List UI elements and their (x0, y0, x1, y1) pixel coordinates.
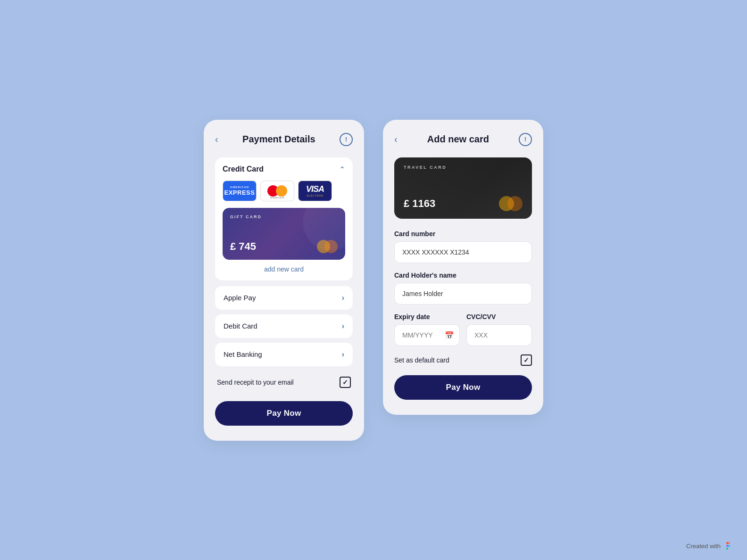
mastercard-logo-box[interactable]: mastercard (260, 181, 294, 201)
figma-icon (723, 541, 733, 551)
mastercard-logo: mastercard (261, 181, 294, 201)
card-number-label: Card number (394, 230, 532, 238)
apple-pay-chevron-icon: › (342, 294, 344, 302)
created-with-footer: Created with (686, 541, 733, 551)
debit-card-chevron-icon: › (342, 322, 344, 330)
email-receipt-checkbox[interactable]: ✓ (340, 377, 351, 388)
card-holder-label: Card Holder's name (394, 272, 532, 279)
chevron-up-icon[interactable]: ⌃ (339, 165, 345, 174)
travel-card-label: TRAVEL CARD (404, 165, 523, 170)
created-with-text: Created with (686, 543, 721, 550)
mc-circle-2 (324, 240, 338, 253)
visa-logo-box[interactable]: VISA Electron (298, 181, 332, 201)
expiry-input-wrap: 📅 (394, 324, 460, 346)
payment-details-title: Payment Details (218, 134, 340, 145)
debit-card-label: Debit Card (224, 322, 257, 330)
visa-logo: VISA Electron (299, 181, 332, 201)
credit-card-header: Credit Card ⌃ (223, 165, 345, 174)
payment-details-info-button[interactable]: ! (340, 133, 353, 146)
add-card-pay-now-button[interactable]: Pay Now (394, 375, 532, 400)
add-new-card-button[interactable]: add new card (223, 265, 345, 273)
gift-card-label: GIFT CARD (230, 214, 338, 219)
debit-card-item[interactable]: Debit Card › (215, 314, 353, 338)
apple-pay-label: Apple Pay (224, 294, 256, 302)
visa-text: VISA (306, 184, 324, 194)
gift-card: GIFT CARD £ 745 (223, 208, 345, 260)
add-new-card-panel: ‹ Add new card ! TRAVEL CARD £ 1163 Card… (383, 120, 543, 415)
cvc-label: CVC/CVV (466, 313, 532, 321)
default-card-section: Set as default card ✓ (394, 354, 532, 366)
screen-container: ‹ Payment Details ! Credit Card ⌃ AMERIC… (204, 120, 543, 441)
gift-card-bottom: £ 745 (230, 240, 338, 253)
payment-details-panel: ‹ Payment Details ! Credit Card ⌃ AMERIC… (204, 120, 364, 441)
tmc-circle-2 (507, 196, 523, 211)
card-logos: AMERICAN EXPRESS mastercard VISA Electro… (223, 181, 345, 201)
add-card-info-button[interactable]: ! (519, 133, 532, 146)
card-number-input[interactable] (394, 241, 532, 263)
calendar-icon: 📅 (445, 330, 454, 339)
mc-orange-circle (276, 185, 287, 197)
travel-card-mastercard-icon (499, 196, 523, 211)
add-card-back-button[interactable]: ‹ (394, 134, 398, 145)
travel-card-amount: £ 1163 (404, 198, 435, 210)
card-holder-input[interactable] (394, 283, 532, 305)
mastercard-text: mastercard (270, 196, 284, 199)
default-card-label: Set as default card (394, 356, 449, 364)
add-card-header: ‹ Add new card ! (394, 133, 532, 146)
card-holder-group: Card Holder's name (394, 272, 532, 305)
checkmark-icon: ✓ (342, 379, 348, 386)
travel-card: TRAVEL CARD £ 1163 (394, 157, 532, 219)
cvc-col: CVC/CVV (466, 313, 532, 346)
default-card-checkmark-icon: ✓ (523, 356, 529, 364)
card-number-group: Card number (394, 230, 532, 263)
net-banking-item[interactable]: Net Banking › (215, 343, 353, 366)
travel-card-bottom: £ 1163 (404, 196, 523, 211)
net-banking-label: Net Banking (224, 350, 262, 358)
payment-details-header: ‹ Payment Details ! (215, 133, 353, 146)
net-banking-chevron-icon: › (342, 350, 344, 359)
payment-details-back-button[interactable]: ‹ (215, 134, 218, 145)
amex-logo-box[interactable]: AMERICAN EXPRESS (223, 181, 257, 201)
apple-pay-item[interactable]: Apple Pay › (215, 286, 353, 310)
credit-card-title: Credit Card (223, 165, 264, 173)
amex-middle-text: EXPRESS (224, 189, 255, 196)
cvc-input[interactable] (466, 324, 532, 346)
email-receipt-section: Send recepit to your email ✓ (215, 371, 353, 394)
payment-details-pay-now-button[interactable]: Pay Now (215, 401, 353, 426)
email-receipt-label: Send recepit to your email (217, 379, 294, 386)
tmc-circle-1 (499, 196, 514, 211)
default-card-checkbox[interactable]: ✓ (521, 354, 532, 366)
amex-top-text: AMERICAN (230, 186, 249, 189)
gift-card-mastercard-icon (317, 240, 338, 253)
visa-sub-text: Electron (307, 194, 323, 197)
gift-card-amount: £ 745 (230, 240, 256, 253)
add-card-title: Add new card (398, 134, 519, 145)
expiry-cvc-row: Expiry date 📅 CVC/CVV (394, 313, 532, 346)
amex-logo: AMERICAN EXPRESS (223, 181, 256, 201)
credit-card-section: Credit Card ⌃ AMERICAN EXPRESS mastercar… (215, 157, 353, 280)
expiry-col: Expiry date 📅 (394, 313, 460, 346)
expiry-label: Expiry date (394, 313, 460, 321)
